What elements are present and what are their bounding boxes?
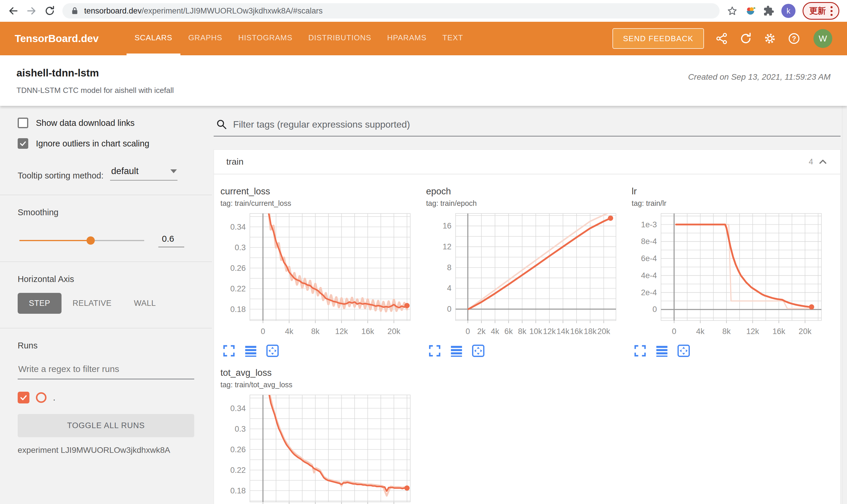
svg-text:12k: 12k [543, 327, 556, 336]
runs-label: Runs [18, 341, 194, 350]
back-icon[interactable] [8, 5, 19, 16]
axis-step-button[interactable]: STEP [18, 293, 62, 314]
show-download-links-label: Show data download links [36, 118, 135, 128]
horizontal-axis-label: Horizontal Axis [18, 274, 194, 284]
show-download-links-row[interactable]: Show data download links [18, 118, 194, 128]
chart-plot-epoch[interactable]: 02k4k6k8k10k12k14k16k18k20k0481216 [426, 211, 620, 342]
tooltip-sorting-select[interactable]: default [110, 166, 177, 181]
scalar-chart-tot_avg_loss: tot_avg_losstag: train/tot_avg_loss04k8k… [221, 367, 424, 504]
chart-toolbar [632, 344, 835, 358]
train-section-header[interactable]: train 4 [214, 150, 840, 174]
svg-text:10k: 10k [529, 327, 542, 336]
axis-wall-button[interactable]: WALL [123, 293, 167, 314]
svg-text:4k: 4k [490, 327, 499, 336]
chart-title: lr [632, 186, 835, 197]
svg-text:4k: 4k [285, 327, 293, 336]
svg-text:2e-4: 2e-4 [641, 288, 657, 297]
chart-title: epoch [426, 186, 629, 197]
chart-plot-current_loss[interactable]: 04k8k12k16k20k0.180.220.260.30.34 [221, 211, 415, 342]
toggle-y-axis-icon[interactable] [655, 344, 669, 358]
chart-toolbar [221, 344, 424, 358]
horizontal-axis-toggle: STEP RELATIVE WALL [18, 293, 194, 314]
svg-text:?: ? [792, 35, 796, 43]
address-bar[interactable]: tensorboard.dev/experiment/LJI9MWUORLOw3… [63, 3, 720, 19]
experiment-title: aishell-tdnn-lstm [16, 67, 174, 79]
settings-gear-icon[interactable] [763, 32, 776, 45]
chart-toolbar [426, 344, 629, 358]
tab-distributions[interactable]: DISTRIBUTIONS [300, 22, 379, 55]
svg-text:1e-3: 1e-3 [641, 220, 657, 229]
svg-text:0.3: 0.3 [235, 243, 246, 252]
runs-filter-input[interactable]: Write a regex to filter runs [18, 364, 194, 379]
smoothing-value[interactable]: 0.6 [158, 234, 184, 247]
tensorboard-logo[interactable]: TensorBoard.dev [15, 22, 99, 55]
tab-text[interactable]: TEXT [434, 22, 471, 55]
scrollbar[interactable] [842, 106, 847, 504]
tab-hparams[interactable]: HPARAMS [379, 22, 435, 55]
run-checkbox[interactable] [18, 392, 30, 403]
url-domain: tensorboard.dev [84, 6, 141, 15]
tab-scalars[interactable]: SCALARS [126, 22, 180, 55]
chrome-update-menu[interactable]: 更新 [802, 2, 839, 20]
refresh-icon[interactable] [739, 32, 752, 45]
svg-text:12k: 12k [746, 327, 759, 336]
toggle-y-axis-icon[interactable] [244, 344, 258, 358]
svg-text:6k: 6k [504, 327, 513, 336]
section-title: train [226, 157, 243, 167]
smoothing-slider-thumb[interactable] [87, 236, 95, 245]
svg-text:4e-4: 4e-4 [641, 271, 657, 280]
tab-histograms[interactable]: HISTOGRAMS [230, 22, 300, 55]
chart-plot-lr[interactable]: 04k8k12k16k20k02e-44e-46e-48e-41e-3 [632, 211, 826, 342]
send-feedback-button[interactable]: SEND FEEDBACK [612, 28, 704, 49]
tensorboard-header: TensorBoard.dev SCALARS GRAPHS HISTOGRAM… [0, 22, 847, 55]
browser-profile-avatar[interactable]: k [781, 4, 795, 18]
smoothing-slider[interactable] [19, 240, 144, 241]
ignore-outliers-row[interactable]: Ignore outliers in chart scaling [18, 138, 194, 149]
chart-tag: tag: train/lr [632, 199, 835, 208]
tab-graphs[interactable]: GRAPHS [180, 22, 230, 55]
run-row[interactable]: . [18, 392, 194, 403]
sidebar-divider [0, 262, 212, 262]
svg-text:4k: 4k [696, 327, 705, 336]
section-chart-count: 4 [809, 157, 813, 166]
user-avatar[interactable]: W [813, 29, 832, 48]
tag-filter-placeholder: Filter tags (regular expressions support… [233, 119, 410, 130]
svg-text:0.18: 0.18 [230, 486, 246, 495]
svg-text:0.18: 0.18 [230, 305, 246, 314]
show-download-links-checkbox[interactable] [18, 118, 28, 128]
tag-filter-bar[interactable]: Filter tags (regular expressions support… [214, 115, 841, 137]
fit-domain-icon[interactable] [471, 344, 485, 358]
share-icon[interactable] [715, 32, 728, 45]
extension-bowl-icon[interactable] [745, 5, 756, 16]
svg-text:14k: 14k [556, 327, 569, 336]
ignore-outliers-label: Ignore outliers in chart scaling [36, 139, 149, 148]
fit-domain-icon[interactable] [677, 344, 690, 358]
toggle-y-axis-icon[interactable] [450, 344, 463, 358]
expand-chart-icon[interactable] [633, 344, 647, 358]
train-section-card: train 4 current_losstag: train/current_l… [214, 149, 841, 504]
ignore-outliers-checkbox[interactable] [18, 138, 28, 149]
url-text: tensorboard.dev/experiment/LJI9MWUORLOw3… [84, 6, 323, 16]
url-path: /experiment/LJI9MWUORLOw3jkdhxwk8A/#scal… [141, 6, 323, 15]
toggle-all-runs-button[interactable]: TOGGLE ALL RUNS [18, 414, 194, 437]
expand-chart-icon[interactable] [222, 344, 236, 358]
chevron-up-icon[interactable] [818, 157, 828, 167]
expand-chart-icon[interactable] [428, 344, 442, 358]
svg-text:16k: 16k [361, 327, 374, 336]
chart-title: current_loss [221, 186, 424, 197]
browser-toolbar: tensorboard.dev/experiment/LJI9MWUORLOw3… [0, 0, 847, 22]
forward-icon[interactable] [26, 5, 37, 16]
svg-text:8e-4: 8e-4 [641, 237, 657, 246]
reload-icon[interactable] [44, 5, 55, 16]
scalar-chart-lr: lrtag: train/lr04k8k12k16k20k02e-44e-46e… [632, 186, 835, 358]
dashboard-main: Filter tags (regular expressions support… [212, 106, 847, 504]
svg-text:6e-4: 6e-4 [641, 254, 657, 263]
extensions-puzzle-icon[interactable] [763, 5, 774, 16]
chart-plot-tot_avg_loss[interactable]: 04k8k12k16k20k0.180.220.260.30.34 [221, 392, 415, 504]
svg-text:12: 12 [443, 242, 451, 251]
settings-sidebar: Show data download links Ignore outliers… [0, 106, 212, 504]
axis-relative-button[interactable]: RELATIVE [62, 293, 123, 314]
bookmark-star-icon[interactable] [727, 5, 738, 16]
help-icon[interactable]: ? [788, 32, 800, 45]
fit-domain-icon[interactable] [266, 344, 279, 358]
